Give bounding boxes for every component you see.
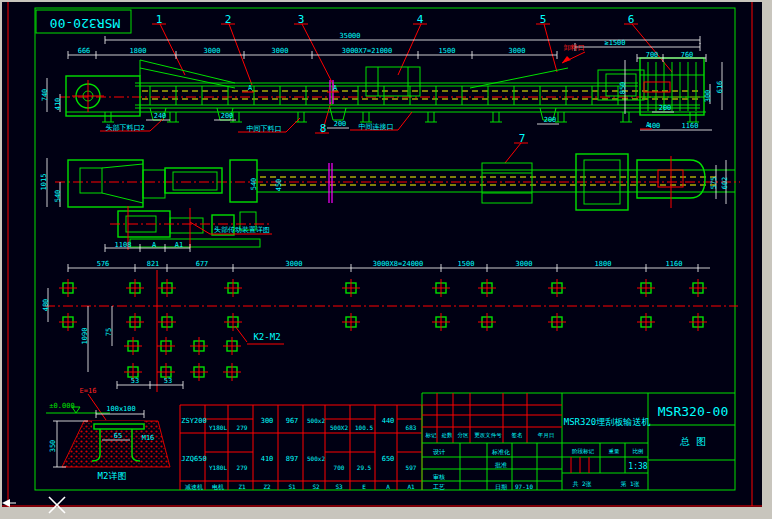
label-discharge-port: 卸料口 <box>564 45 585 52</box>
dim-3000-b: 3000 <box>272 48 289 55</box>
balloon-2[interactable]: 2 <box>225 14 232 25</box>
dim-821: 821 <box>147 261 160 268</box>
right-chrome-strip <box>762 0 772 519</box>
balloon-8[interactable]: 8 <box>320 123 327 134</box>
table-cell: 683 <box>406 425 417 431</box>
dim-740: 740 <box>42 89 49 102</box>
dim-200-c: 200 <box>544 117 557 124</box>
dim-a1: A1 <box>175 242 183 249</box>
t-date: 日期 <box>495 484 507 490</box>
balloon-3[interactable]: 3 <box>298 14 305 25</box>
dim-350: 350 <box>50 440 57 453</box>
t-rev-sign: 签名 <box>512 433 523 439</box>
label-mid-outlet: 中间下料口 <box>247 126 282 133</box>
table-cell: 650 <box>382 456 395 463</box>
balloon-7[interactable]: 7 <box>519 133 526 144</box>
t-scale-val: 1:38 <box>628 463 647 471</box>
table-cell: 29.5 <box>357 465 371 471</box>
label-e16: E=16 <box>80 388 97 395</box>
t-rev-date: 年月日 <box>538 433 555 439</box>
table-cell: 500x2 <box>307 418 325 424</box>
bottom-chrome-strip <box>0 507 772 519</box>
balloon-6[interactable]: 6 <box>628 14 635 25</box>
drawing-title: MSR320埋刮板输送机 <box>564 418 651 427</box>
label-mid-connector: 中间连接口 <box>359 124 394 131</box>
balloon-4[interactable]: 4 <box>417 14 424 25</box>
dim-3000-c: 3000 <box>509 48 526 55</box>
label-m16: M16 <box>142 435 155 442</box>
dim-240: 240 <box>154 113 167 120</box>
table-cell: 500X2 <box>330 425 348 431</box>
sheet-name: 总 图 <box>680 437 706 447</box>
dim-3000-d: 3000 <box>286 261 303 268</box>
dim-616: 616 <box>717 81 724 94</box>
dim-850: 850 <box>620 82 627 95</box>
section-mark-a3: A <box>646 122 650 129</box>
cursor-layer <box>0 494 80 518</box>
table-cell: Y180L <box>209 425 227 431</box>
table-cell: 967 <box>286 418 299 425</box>
t-approve: 批准 <box>495 462 507 468</box>
table-header: A1 <box>407 484 414 490</box>
dim-1500-b: 1500 <box>458 261 475 268</box>
label-drive-detail: 头部传动装置详图 <box>214 227 270 234</box>
table-cell: ZSY200 <box>181 418 206 425</box>
dim-410: 410 <box>55 98 62 111</box>
label-level: ±0.000 <box>49 403 74 410</box>
dim-1015: 1015 <box>41 174 48 191</box>
section-mark-a1: A <box>248 85 252 92</box>
dim-24000: 3000X8=24000 <box>373 261 424 268</box>
table-header: Z2 <box>263 484 270 490</box>
dim-a: A <box>152 242 156 249</box>
table-header: 减速机 <box>185 484 203 490</box>
t-standard: 标准化 <box>492 449 510 455</box>
dim-760: 760 <box>681 52 694 59</box>
t-stage: 阶段标记 <box>572 449 594 455</box>
dim-300: 300 <box>705 90 712 103</box>
table-header: S2 <box>312 484 319 490</box>
table-header: Z1 <box>238 484 245 490</box>
dim-200-d: 200 <box>659 105 672 112</box>
dim-3000-e: 3000 <box>516 261 533 268</box>
dim-1500: 1500 <box>439 48 456 55</box>
balloon-1[interactable]: 1 <box>156 14 163 25</box>
dim-666: 666 <box>78 48 91 55</box>
dim-575: 575 <box>711 177 718 190</box>
table-cell: Y180L <box>209 465 227 471</box>
dim-602: 602 <box>722 177 729 190</box>
crosshair-cursor <box>49 497 65 513</box>
t-check: 审核 <box>433 474 445 480</box>
dim-1800-b: 1800 <box>595 261 612 268</box>
dim-ge1500: ≥1500 <box>604 40 625 47</box>
drawing-number: MSR320-00 <box>658 405 728 418</box>
t-design: 设计 <box>433 449 445 455</box>
dim-75: 75 <box>106 328 113 336</box>
t-sheet-no: 第 1张 <box>620 481 639 487</box>
dim-450: 450 <box>276 179 283 192</box>
dim-1108: 1108 <box>115 242 132 249</box>
dim-480: 480 <box>43 299 50 312</box>
table-header: A <box>386 484 390 490</box>
table-header: 电机 <box>212 484 224 490</box>
t-process: 工艺 <box>433 484 445 490</box>
table-cell: 700 <box>334 465 345 471</box>
dim-540-b: 540 <box>251 178 258 191</box>
t-sheet-total: 共 2张 <box>572 481 591 487</box>
drawing-canvas[interactable]: MSR320-00 1 2 3 4 5 6 7 8 35000 666 1800… <box>2 2 762 507</box>
label-head-outlet: 头部下料口2 <box>105 125 144 132</box>
dim-540: 540 <box>55 190 62 203</box>
table-cell: 597 <box>406 465 417 471</box>
balloon-5[interactable]: 5 <box>540 14 547 25</box>
t-rev-doc: 更改文件号 <box>474 433 502 439</box>
t-weight: 重量 <box>609 449 620 455</box>
dim-65: 65 <box>114 433 122 440</box>
title-box-label: MSR320-00 <box>50 17 120 30</box>
dim-3000-a: 3000 <box>204 48 221 55</box>
table-header: S1 <box>288 484 295 490</box>
t-rev-mark: 标记 <box>426 433 437 439</box>
dim-700: 700 <box>646 52 659 59</box>
dim-1090: 1090 <box>82 328 89 345</box>
cad-window: MSR320-00 1 2 3 4 5 6 7 8 35000 666 1800… <box>0 0 772 519</box>
table-cell: 440 <box>382 418 395 425</box>
pointer-icon <box>2 499 10 507</box>
